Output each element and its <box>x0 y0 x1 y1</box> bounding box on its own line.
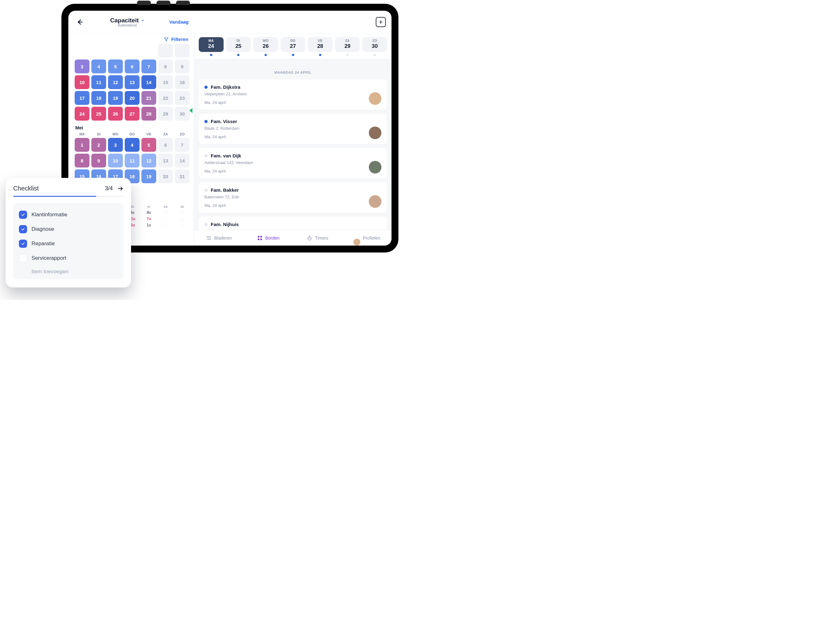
calendar-day[interactable]: 12 <box>141 154 156 167</box>
calendar-day[interactable]: 2 <box>92 138 106 152</box>
day-chip[interactable]: DI25 <box>226 37 251 52</box>
calendar-day[interactable] <box>158 44 173 58</box>
status-dot-icon <box>346 54 349 56</box>
calendar-day[interactable]: 3 <box>75 60 90 73</box>
calendar-day[interactable]: 10 <box>75 75 90 89</box>
calendar-day[interactable]: 3 <box>108 138 123 152</box>
calendar-day[interactable]: 12 <box>108 75 123 89</box>
appointment-card[interactable]: Fam. DijkstraVelperplein 21, ArnhemMa, 2… <box>199 79 387 110</box>
filter-button[interactable]: Filteren <box>68 33 194 44</box>
appointment-name: Fam. Visser <box>211 119 237 124</box>
svg-rect-2 <box>257 238 259 240</box>
checkbox[interactable] <box>19 254 27 262</box>
calendar-day[interactable]: 11 <box>92 75 106 89</box>
calendar-day[interactable]: 9 <box>92 154 106 167</box>
calendar-day <box>125 44 139 58</box>
calendar-day[interactable]: 14 <box>175 154 189 167</box>
calendar-day[interactable]: 8 <box>75 154 90 167</box>
day-chip[interactable]: VR28 <box>308 37 333 52</box>
chevron-down-icon <box>141 19 145 22</box>
calendar-day[interactable]: 6 <box>125 60 139 73</box>
checklist-item[interactable]: Servicerapport <box>18 251 118 265</box>
calendar-day[interactable]: 13 <box>158 154 173 167</box>
day-chip[interactable]: DO27 <box>281 37 306 52</box>
tab-bladeren[interactable]: Bladeren <box>194 230 244 246</box>
appointment-card[interactable]: Fam. Nijhuis <box>199 217 387 230</box>
day-chip[interactable]: ZA29 <box>335 37 360 52</box>
appointment-name: Fam. Nijhuis <box>211 222 239 227</box>
calendar-day[interactable]: 23 <box>175 91 189 105</box>
calendar-day[interactable]: 5 <box>141 138 156 152</box>
checkbox[interactable] <box>19 239 27 248</box>
arrow-right-icon[interactable] <box>117 186 123 192</box>
plus-icon <box>378 19 383 25</box>
avatar <box>369 161 381 173</box>
back-button[interactable] <box>74 16 85 28</box>
status-dot-icon <box>292 54 294 56</box>
calendar-day[interactable]: 11 <box>125 154 139 167</box>
calendar-day[interactable]: 30 <box>175 107 189 121</box>
checkbox[interactable] <box>19 211 27 219</box>
calendar-day[interactable]: 19 <box>141 169 156 183</box>
list-icon <box>206 235 212 241</box>
calendar-day[interactable] <box>175 44 189 58</box>
calendar-day <box>108 44 123 58</box>
calendar-day[interactable]: 20 <box>125 91 139 105</box>
calendar-day[interactable]: 13 <box>125 75 139 89</box>
checklist-title: Checklist <box>13 185 39 192</box>
today-button[interactable]: Vandaag <box>169 19 189 25</box>
appointment-card[interactable]: Fam. van DijkAdderstraat 143, VeendamMa,… <box>199 148 387 178</box>
tab-timers[interactable]: Timers <box>293 230 343 246</box>
tab-label: Borden <box>265 236 279 241</box>
schedule-pane: MA24DI25WO26DO27VR28ZA29ZO30 MAANDAG 24 … <box>194 33 392 246</box>
appointment-card[interactable]: Fam. BakkerBatenstein 72, EdeMa, 24 apri… <box>199 182 387 213</box>
calendar-day[interactable]: 7 <box>175 138 189 152</box>
calendar-day[interactable]: 10 <box>108 154 123 167</box>
checklist-item[interactable]: Reparatie <box>18 236 118 251</box>
tab-borden[interactable]: Borden <box>244 230 293 246</box>
checkbox[interactable] <box>19 225 27 233</box>
calendar-day[interactable]: 8 <box>158 60 173 73</box>
day-chip[interactable]: MA24 <box>199 37 224 52</box>
tab-profielen[interactable]: Profielen <box>343 230 392 246</box>
checklist-item[interactable]: Diagnose <box>18 222 118 236</box>
calendar-day[interactable]: 14 <box>141 75 156 89</box>
calendar-day[interactable]: 28 <box>141 107 156 121</box>
add-button[interactable] <box>376 17 386 27</box>
calendar-day[interactable]: 9 <box>175 60 189 73</box>
calendar-day[interactable]: 27 <box>125 107 139 121</box>
appointment-card[interactable]: Fam. VisserBlaak 2, RotterdamMa, 24 apri… <box>199 113 387 144</box>
checklist-item[interactable]: Klantinformatie <box>18 208 118 222</box>
calendar-day[interactable]: 24 <box>75 107 90 121</box>
day-chip[interactable]: ZO30 <box>362 37 387 52</box>
appointment-address: Adderstraat 143, Veendam <box>204 160 253 165</box>
calendar-day[interactable]: 17 <box>75 91 90 105</box>
calendar-day[interactable]: 1 <box>75 138 90 152</box>
calendar-day[interactable]: 25 <box>92 107 106 121</box>
calendar-day[interactable]: 26 <box>108 107 123 121</box>
bottom-bar: Bladeren Borden <box>194 230 392 246</box>
day-strip-dots <box>194 54 392 58</box>
calendar-day[interactable]: 18 <box>92 91 106 105</box>
svg-rect-3 <box>261 238 262 240</box>
calendar-day[interactable]: 21 <box>141 91 156 105</box>
calendar-day[interactable]: 19 <box>108 91 123 105</box>
calendar-day[interactable]: 16 <box>175 75 189 89</box>
checklist-items: KlantinformatieDiagnoseReparatieServicer… <box>13 203 123 279</box>
check-icon <box>21 227 25 232</box>
day-chip[interactable]: WO26 <box>253 37 278 52</box>
calendar-day[interactable]: 7 <box>141 60 156 73</box>
calendar-day[interactable]: 4 <box>125 138 139 152</box>
calendar-day[interactable]: 4 <box>92 60 106 73</box>
calendar-day[interactable]: 15 <box>158 75 173 89</box>
calendar-day[interactable]: 29 <box>158 107 173 121</box>
calendar-day[interactable]: 5 <box>108 60 123 73</box>
title-block[interactable]: Capaciteit Buitendienst <box>89 17 165 27</box>
calendar-day[interactable]: 20 <box>158 169 173 183</box>
calendar-day[interactable]: 21 <box>175 169 189 183</box>
calendar-day[interactable]: 6 <box>158 138 173 152</box>
status-dot-icon <box>204 154 208 158</box>
checklist-add-item[interactable]: Item toevoegen <box>18 265 118 276</box>
calendar-day[interactable]: 22 <box>158 91 173 105</box>
tab-label: Profielen <box>363 236 380 241</box>
